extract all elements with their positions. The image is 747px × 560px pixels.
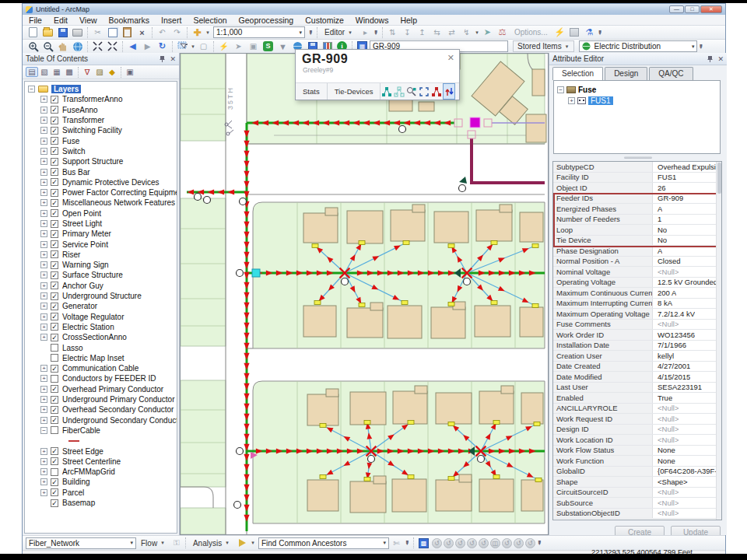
attr-row[interactable]: Maximum Operating Voltage7.2/12.4 kV (553, 309, 721, 320)
layer-expander[interactable]: + (40, 127, 47, 134)
attr-field-value[interactable]: {0F64C208-A39F-404A- (653, 467, 721, 475)
attr-row[interactable]: Number of Feeders1 (553, 215, 721, 226)
attr-row[interactable]: Work Location ID<Null> (553, 435, 721, 446)
layer-expander[interactable]: + (40, 220, 47, 227)
layer-checkbox[interactable]: ✓ (51, 416, 58, 424)
layer-expander[interactable]: + (40, 292, 47, 299)
attr-row[interactable]: Work Order IDWO123456 (553, 330, 721, 341)
attr-row[interactable]: Nominal Voltage<Null> (553, 267, 721, 278)
list-by-visibility-icon[interactable]: ▦ (51, 68, 63, 76)
trace-partial-icon[interactable] (393, 83, 405, 100)
attr-field-value[interactable]: 26 (653, 184, 666, 192)
menu-customize[interactable]: Customize (305, 16, 344, 25)
options-button[interactable]: Options... (510, 26, 552, 38)
panel-splitter[interactable] (624, 156, 652, 159)
layer-item[interactable]: Electric Map Inset (25, 353, 177, 363)
utility-network-icon[interactable]: ▩ (417, 537, 430, 549)
attr-row[interactable]: Normal Position - AClosed (553, 257, 721, 268)
attr-row[interactable]: Phase DesignationA (553, 246, 721, 257)
tab-selection[interactable]: Selection (552, 67, 603, 80)
layer-item[interactable]: +✓Warning Sign (25, 260, 177, 270)
pin-icon[interactable] (159, 55, 166, 63)
attr-field-value[interactable]: No (653, 236, 667, 244)
fixed-zoom-in-icon[interactable] (91, 40, 104, 52)
attr-row[interactable]: EnabledTrue (553, 393, 721, 404)
layer-expander[interactable]: + (40, 189, 47, 196)
attr-field-value[interactable]: 8 kA (653, 299, 672, 307)
attr-row[interactable]: Creation Userkellyl (553, 351, 721, 362)
layer-item[interactable]: +✓Underground Structure (25, 291, 177, 301)
attr-field-value[interactable]: Closed (653, 257, 681, 265)
layer-item[interactable]: +✓Power Factor Correcting Equipment (25, 187, 177, 198)
edit-tool-icon[interactable]: ▸ (359, 26, 372, 38)
flag-tool-icon[interactable] (236, 537, 249, 549)
grid-scrollbar[interactable] (716, 162, 721, 520)
layer-item[interactable]: +✓Service Point (25, 239, 177, 249)
layer-checkbox[interactable]: ✓ (51, 168, 58, 176)
layer-item[interactable]: +✓Dynamic Protective Devices (25, 177, 177, 187)
layer-item[interactable]: +✓Underground Primary Conductor (25, 394, 177, 404)
attr-field-value[interactable]: True (653, 394, 672, 402)
toolbar2-overflow[interactable]: ■▾ (697, 40, 704, 52)
maximize-button[interactable]: □ (685, 5, 700, 13)
move-vertex-icon[interactable]: ↧ (401, 26, 414, 38)
undo-icon[interactable]: ↶ (156, 26, 169, 38)
flow-menu-button[interactable]: Flow ▾ (136, 537, 170, 549)
layer-expander[interactable]: + (40, 271, 47, 278)
list-by-selection-icon[interactable]: ▩ (63, 68, 75, 76)
layer-expander[interactable]: + (40, 406, 47, 413)
attr-field-value[interactable]: 12.5 kV Grounded Y (653, 278, 721, 286)
menu-windows[interactable]: Windows (356, 16, 389, 25)
layer-item[interactable]: +✓Transformer (25, 115, 177, 125)
menu-insert[interactable]: Insert (161, 16, 181, 25)
attr-row[interactable]: Design ID<Null> (553, 425, 721, 436)
layer-item[interactable]: +✓Surface Structure (25, 270, 177, 280)
layer-expander[interactable]: + (40, 448, 47, 455)
layer-expander[interactable]: + (40, 324, 47, 331)
attr-field-value[interactable]: <Null> (653, 488, 679, 496)
symbology-icon[interactable]: ◆ (106, 68, 118, 76)
layer-checkbox[interactable]: ✓ (51, 137, 58, 145)
layer-expander[interactable]: + (40, 375, 47, 382)
attr-row[interactable]: ANCILLARYROLE<Null> (553, 404, 721, 415)
layer-item[interactable]: +✓Street Centerline (25, 457, 177, 467)
layer-checkbox[interactable] (51, 375, 58, 383)
attr-field-value[interactable]: <Null> (653, 268, 679, 276)
attr-field-value[interactable]: 4/15/2015 (653, 373, 690, 381)
menu-edit[interactable]: Edit (54, 16, 68, 25)
attr-field-value[interactable]: 7/1/1966 (653, 341, 686, 349)
attr-row[interactable]: GlobalID{0F64C208-A39F-404A- (553, 467, 721, 478)
layer-checkbox[interactable]: ✓ (51, 240, 58, 248)
layers-root-node[interactable]: −Layers (25, 84, 177, 94)
layer-checkbox[interactable]: ✓ (51, 282, 58, 289)
layer-checkbox[interactable]: ✓ (51, 117, 58, 124)
add-vertex-icon[interactable]: ↥ (416, 26, 429, 38)
layer-item[interactable]: +✓Electric Station (25, 322, 177, 332)
attr-row[interactable]: SubtypeCDOverhead Expulsion (553, 162, 721, 173)
tie-devices-button[interactable]: Tie-Devices (328, 83, 381, 100)
layer-checkbox[interactable] (51, 344, 58, 352)
attr-field-value[interactable]: GR-909 (653, 194, 683, 202)
zoom-in-icon[interactable] (26, 40, 40, 52)
layer-expander[interactable]: + (40, 210, 47, 217)
trace-clear-icon[interactable]: ↺ (525, 538, 535, 548)
tree-node-fus1[interactable]: + FUS1 (557, 95, 720, 106)
attr-row[interactable]: Last UserSESA223191 (553, 383, 721, 394)
layer-expander[interactable]: + (40, 489, 47, 496)
options-list-icon[interactable]: ▣ (124, 68, 136, 76)
layer-item[interactable]: +✓FuseAnno (25, 105, 177, 115)
layer-checkbox[interactable]: ✓ (51, 457, 58, 465)
delete-vertex-icon[interactable]: ⇆ (430, 26, 444, 38)
attribute-table-icon[interactable] (568, 26, 581, 38)
filter-icon[interactable]: ▼ (276, 40, 289, 52)
trace-result-icon[interactable]: ↺ (432, 538, 442, 548)
layer-checkbox[interactable]: ✓ (51, 406, 58, 414)
add-data-icon[interactable]: ✚ (191, 26, 204, 38)
layer-expander[interactable]: + (40, 334, 47, 341)
attr-field-value[interactable]: None (653, 457, 675, 465)
trace-red-icon[interactable] (430, 83, 443, 100)
trace-network-icon[interactable] (381, 83, 393, 100)
fixed-zoom-out-icon[interactable] (106, 40, 119, 52)
tools-wrench-icon[interactable]: ⚗ (583, 26, 596, 38)
attr-field-value[interactable]: 4/27/2001 (653, 362, 690, 370)
